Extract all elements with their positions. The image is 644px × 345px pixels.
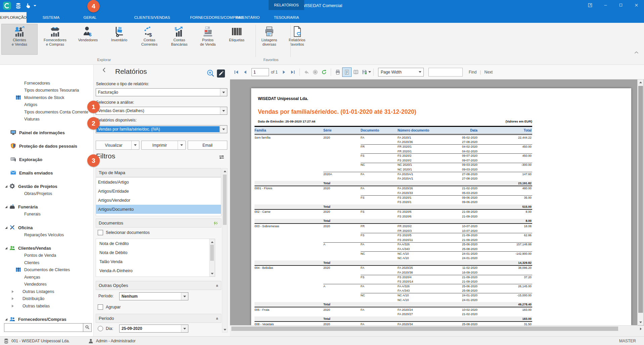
menu-tab[interactable]: SISTEMA [40,12,62,23]
combo-dropdown-arrow[interactable] [220,126,227,133]
collapsed-arrow-icon[interactable] [12,297,14,300]
collapse-section-icon[interactable]: « [215,317,220,319]
sidebar-item[interactable]: Proteção de dados pessoais [0,143,93,150]
print-layout-button[interactable] [342,67,352,77]
close-button[interactable] [629,0,644,10]
zoom-combo[interactable]: Page Width [378,68,424,77]
menu-tab[interactable]: TESOURARIA [269,12,304,23]
sidebar-item[interactable]: Funerária [0,203,93,211]
sidebar-item[interactable]: Artigos [0,101,93,109]
day-radio[interactable] [98,326,103,331]
sidebar-item[interactable]: Outras tabelas [0,302,93,310]
map-type-option[interactable]: Artigos/Vendedor [96,196,221,205]
page-number-input[interactable] [251,68,269,76]
visualize-split-button[interactable]: Visualizar [96,141,139,150]
day-date-combo[interactable]: 25-09-2020 [119,325,188,333]
period-combo[interactable]: Nenhum [119,292,188,300]
analysis-combo[interactable]: Vendas Gerais (Detalhes) [96,107,227,115]
ribbon-button[interactable]: Etiquetas [222,24,251,55]
sidebar-item[interactable]: Pontos de Venda [0,252,93,259]
ribbon-button[interactable]: Listagens diversas [252,24,286,55]
ribbon-button[interactable]: Pontos de Venda [195,24,221,55]
sidebar-item[interactable]: Exploração [0,156,93,163]
sidebar-item[interactable]: Reparações Veículos [0,231,93,239]
search-button[interactable] [83,323,92,332]
expanded-arrow-icon[interactable] [5,247,7,249]
visualize-dropdown-arrow[interactable] [131,141,139,149]
stop-button[interactable] [311,68,320,77]
collapse-panel-chevron-icon[interactable] [102,67,106,73]
ribbon-button[interactable]: $ Contas Correntes [135,24,164,55]
ribbon-button[interactable]: $ Contas Bancárias [165,24,193,55]
expanded-arrow-icon[interactable] [5,206,7,208]
first-page-button[interactable] [232,68,241,77]
ribbon-button[interactable]: Fornecedores e Compras [39,24,71,55]
sidebar-item[interactable]: Gestão de Projetos [0,183,93,190]
map-type-option[interactable]: Artigos/Entidade [96,187,221,196]
menu-tab[interactable]: INVENTÁRIO [230,12,265,23]
last-page-button[interactable] [288,68,297,77]
edit-report-icon[interactable] [217,69,225,79]
group-checkbox[interactable] [98,304,103,310]
filters-scrollbar[interactable] [222,168,228,333]
expanded-arrow-icon[interactable] [5,318,7,321]
sidebar-item[interactable]: Vendedores [0,281,93,288]
menu-tab[interactable]: CLIENTES/VENDAS [118,12,187,23]
preview-horizontal-scrollbar[interactable] [230,325,638,332]
fullscreen-button[interactable] [582,0,598,10]
back-button[interactable] [302,68,311,77]
sidebar-item[interactable]: Fornecedores [0,80,93,87]
collapse-section-icon[interactable]: « [215,285,220,286]
maximize-button[interactable] [613,0,629,10]
sidebar-item[interactable]: Funerais [0,211,93,218]
next-page-button[interactable] [280,68,288,77]
sidebar-item[interactable]: Outras Listagens [0,288,93,295]
combo-dropdown-arrow[interactable] [220,89,227,96]
document-option[interactable]: Talão Venda [96,257,215,266]
refresh-filters-icon[interactable] [219,154,225,161]
report-type-combo[interactable]: Facturação [96,88,227,96]
menu-tab[interactable]: FORNECEDORES/COMPRAS [190,12,227,23]
documents-list-scrollbar[interactable] [209,239,215,277]
document-option[interactable]: Nota de Débito [96,248,215,257]
sidebar-item[interactable]: Distribuição [0,295,93,303]
sidebar-item[interactable]: Fornecedores/Compras [0,316,93,323]
locate-report-icon[interactable] [206,69,215,78]
apply-documents-icon[interactable] [213,220,218,226]
sidebar-search-input[interactable] [4,323,83,332]
available-reports-combo[interactable]: Vendas por família/série/doc. (IVA) [96,125,227,133]
page-setup-button[interactable] [352,68,360,77]
map-type-option[interactable]: Entidades/Artigo [96,178,221,187]
print-button[interactable] [333,68,342,77]
period-section-header[interactable]: Período « [96,314,221,323]
print-split-button[interactable]: Imprimir [141,141,186,150]
sidebar-item[interactable]: Documentos de Clientes [0,266,93,274]
ribbon-button[interactable]: $ Vendedores [73,24,103,55]
minimize-button[interactable] [598,0,613,10]
ribbon-button[interactable]: Inventário [105,24,134,55]
menu-tab[interactable]: GERAL [66,12,114,23]
ribbon-button[interactable]: Clientes e Vendas [1,24,38,55]
sidebar-item[interactable]: Obras/Projetos [0,190,93,197]
preview-vertical-scrollbar[interactable] [637,80,644,325]
sidebar-item[interactable]: Painel de informações [0,129,93,137]
sidebar-item[interactable]: Emails enviados [0,169,93,177]
ribbon-collapse-chevron-icon[interactable] [634,50,639,55]
sidebar-item[interactable]: Movimentos de Stock [0,94,93,101]
previous-page-button[interactable] [241,68,249,77]
collapsed-arrow-icon[interactable] [12,290,14,293]
find-link[interactable]: Find [469,70,476,75]
sidebar-item[interactable]: Viaturas [0,116,93,123]
other-options-header[interactable]: Outras Opções « [96,281,221,290]
collapsed-arrow-icon[interactable] [12,305,14,307]
print-dropdown-arrow[interactable] [178,141,185,149]
export-save-button[interactable] [360,68,369,77]
sidebar-item[interactable]: Oficina [0,224,93,232]
document-option[interactable]: Venda-A-Dinheiro [96,266,215,275]
expanded-arrow-icon[interactable] [5,227,7,229]
map-type-option[interactable]: Artigos/Documento [96,205,221,214]
refresh-button[interactable] [320,68,328,77]
email-button[interactable]: Email [188,141,227,150]
sidebar-item[interactable]: Clientes [0,259,93,266]
menu-tab[interactable]: EXPLORAÇÃO [0,12,27,23]
